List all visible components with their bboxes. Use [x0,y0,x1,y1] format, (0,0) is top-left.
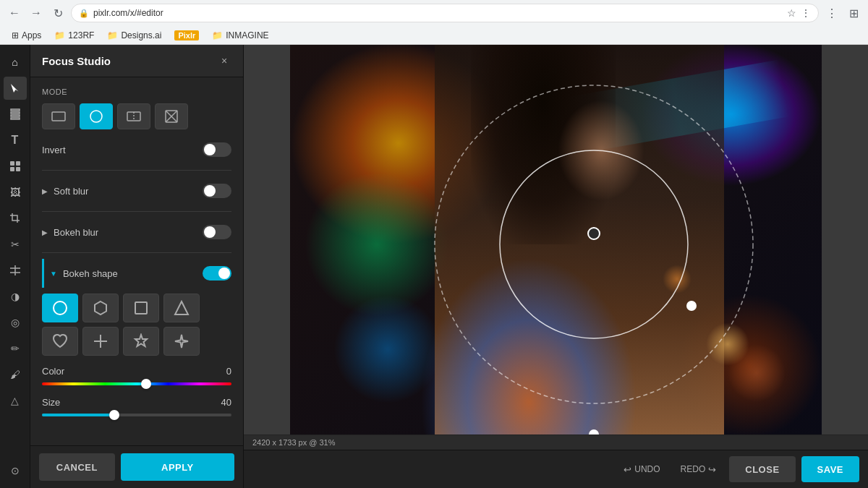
panel-header: Focus Studio × [30,45,243,77]
shape-heart-button[interactable] [42,327,78,356]
panel-title: Focus Studio [42,55,111,67]
size-value: 40 [221,397,231,408]
apps-icon: ⊞ [12,30,19,40]
mode-gradient-button[interactable] [117,103,150,129]
bookmark-inmagine[interactable]: 📁 INMAGINE [206,29,274,42]
bookmark-pixlr[interactable]: Pixlr [169,29,205,42]
shape-star4-button[interactable] [163,327,200,356]
mode-x-button[interactable] [155,103,188,129]
address-bar[interactable]: 🔒 pixlr.com/x/#editor ☆ ⋮ [71,4,819,22]
cancel-button[interactable]: CANCEL [39,453,115,481]
shape-square-button[interactable] [123,294,159,322]
svg-rect-2 [11,109,20,111]
canvas-wrapper[interactable] [244,45,868,435]
divider-1 [42,170,231,171]
close-button[interactable]: CLOSE [729,456,795,482]
redo-icon: ↪ [708,464,716,475]
soft-blur-arrow-icon: ▶ [42,187,48,195]
folder-icon-3: 📁 [212,30,223,40]
panel-footer: CANCEL APPLY [30,445,243,488]
shape-star6-button[interactable] [123,327,159,356]
tool-adjust[interactable] [4,259,27,282]
size-slider-section: Size 40 [42,397,231,416]
tool-home[interactable]: ⌂ [4,51,27,74]
color-slider-thumb[interactable] [141,379,151,389]
canvas-status: 2420 x 1733 px @ 31% [244,435,868,450]
invert-toggle-knob [204,144,216,155]
size-slider-thumb[interactable] [109,410,119,420]
color-slider-section: Color 0 [42,366,231,385]
tool-settings[interactable]: ⊙ [4,459,27,482]
size-slider-fill [42,414,114,416]
bookmark-apps[interactable]: ⊞ Apps [6,29,47,42]
panel-close-button[interactable]: × [217,53,231,68]
tool-halfcircle[interactable]: ◑ [4,285,27,308]
tool-layers[interactable] [4,103,27,126]
redo-button[interactable]: REDO ↪ [673,460,724,479]
svg-point-29 [686,301,697,311]
photo-canvas [290,45,822,435]
shape-triangle-button[interactable] [163,294,200,322]
left-toolbar: ⌂ T 🖼 ✂ ◑ ◎ ✏ 🖌 △ ⊙ [0,45,30,488]
svg-marker-24 [135,335,147,346]
tool-select[interactable] [4,77,27,100]
tool-scissors[interactable]: ✂ [4,233,27,256]
bokeh-blur-label: Bokeh blur [54,227,98,238]
extensions-icon[interactable]: ⋮ [801,7,811,19]
tool-pen[interactable]: ✏ [4,337,27,360]
tool-crop[interactable] [4,207,27,230]
bookmark-123rf[interactable]: 📁 123RF [48,29,100,42]
redo-label: REDO [681,464,706,474]
bookmark-designsai[interactable]: 📁 Designs.ai [101,29,167,42]
color-label: Color [42,366,64,377]
color-slider-track[interactable] [42,382,231,385]
nav-refresh[interactable]: ↻ [49,4,67,22]
undo-label: UNDO [634,464,660,474]
bookmark-star-icon[interactable]: ☆ [787,7,796,19]
svg-rect-6 [10,167,14,171]
shape-hexagon-button[interactable] [82,294,119,322]
soft-blur-toggle[interactable] [203,184,231,198]
mode-rect-button[interactable] [42,103,75,129]
invert-toggle[interactable] [203,142,231,157]
browser-more[interactable]: ⊞ [845,4,862,22]
tool-image[interactable]: 🖼 [4,181,27,204]
canvas-area: 2420 x 1733 px @ 31% ↩ UNDO REDO ↪ CLOSE… [244,45,868,488]
apply-button[interactable]: APPLY [121,453,234,481]
bokeh-shape-arrow-icon: ▼ [50,270,57,278]
shape-circle-button[interactable] [42,294,78,322]
soft-blur-label: Soft blur [54,186,88,197]
photo-background [290,45,822,435]
undo-button[interactable]: ↩ UNDO [616,460,667,479]
invert-label: Invert [42,145,66,155]
tool-shape[interactable]: △ [4,389,27,412]
tool-text[interactable]: T [4,129,27,152]
bokeh-shape-toggle[interactable] [203,266,231,281]
save-button[interactable]: SAVE [801,456,859,482]
bokeh-shape-label: Bokeh shape [63,268,118,279]
tool-healing[interactable]: ◎ [4,311,27,334]
canvas-status-text: 2420 x 1733 px @ 31% [252,438,336,447]
tool-pattern[interactable] [4,155,27,178]
tool-brush[interactable]: 🖌 [4,363,27,386]
mode-circle-button[interactable] [80,103,113,129]
svg-marker-21 [175,301,188,314]
nav-back[interactable]: ← [6,4,23,22]
bokeh-blur-row[interactable]: ▶ Bokeh blur [42,218,231,247]
soft-blur-row[interactable]: ▶ Soft blur [42,176,231,205]
svg-rect-7 [16,167,20,171]
invert-row: Invert [42,142,231,157]
mode-label: Mode [42,87,231,96]
bokeh-shape-knob [218,267,230,279]
shape-cross-button[interactable] [82,327,119,356]
bokeh-blur-toggle[interactable] [203,225,231,239]
folder-icon-2: 📁 [107,30,118,40]
bokeh-shape-row[interactable]: ▼ Bokeh shape [42,259,231,288]
size-slider-track[interactable] [42,414,231,416]
nav-forward[interactable]: → [27,4,45,22]
divider-2 [42,211,231,212]
bookmarks-bar: ⊞ Apps 📁 123RF 📁 Designs.ai Pixlr 📁 INMA… [0,26,868,44]
app-container: ⌂ T 🖼 ✂ ◑ ◎ ✏ 🖌 △ ⊙ Focus Studio × [0,45,868,488]
canvas-footer: ↩ UNDO REDO ↪ CLOSE SAVE [244,450,868,488]
browser-menu[interactable]: ⋮ [823,4,841,22]
